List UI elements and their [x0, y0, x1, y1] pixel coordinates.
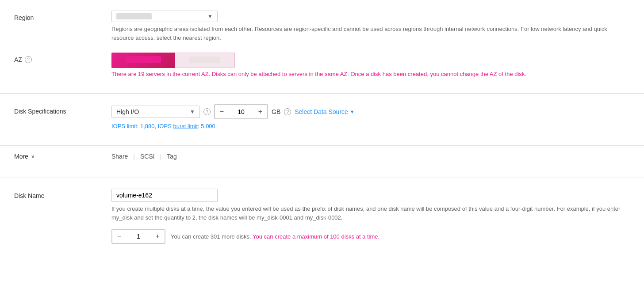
more-option-scsi[interactable]: SCSI [135, 153, 160, 160]
disk-size-stepper: − + [214, 104, 268, 119]
disk-name-content: If you create multiple disks at a time, … [111, 189, 630, 244]
more-section: More ∨ Share | SCSI | Tag [0, 146, 644, 178]
more-row: More ∨ Share | SCSI | Tag [14, 146, 630, 167]
region-dropdown-arrow: ▼ [207, 13, 213, 19]
select-data-source-arrow: ▼ [350, 109, 355, 114]
disk-spec-controls: High I/O ▼ ? − + GB ? Select Data Source… [111, 104, 630, 119]
more-option-share[interactable]: Share [111, 153, 133, 160]
region-dropdown[interactable]: ▼ [111, 11, 218, 22]
disk-spec-label: Disk Specifications [14, 104, 111, 115]
region-section: Region ▼ Regions are geographic areas is… [0, 0, 644, 94]
disk-name-label: Disk Name [14, 189, 111, 199]
az-warning: There are 19 servers in the current AZ. … [111, 71, 630, 77]
az-secondary-button[interactable] [175, 53, 235, 68]
disk-spec-row: Disk Specifications High I/O ▼ ? − + GB … [14, 104, 630, 129]
region-label: Region [14, 11, 111, 21]
quantity-input[interactable] [126, 229, 151, 243]
region-row: Region ▼ Regions are geographic areas is… [14, 11, 630, 42]
disk-spec-section: Disk Specifications High I/O ▼ ? − + GB … [0, 94, 644, 146]
az-label: AZ ? [14, 53, 111, 63]
region-hint: Regions are geographic areas isolated fr… [111, 25, 630, 42]
disk-size-input[interactable] [229, 105, 253, 119]
quantity-decrease-button[interactable]: − [112, 229, 126, 243]
az-primary-placeholder [126, 56, 161, 63]
iops-info: IOPS limit: 1,880, IOPS burst limit: 5,0… [111, 123, 630, 129]
region-value-placeholder [116, 13, 152, 19]
quantity-stepper: − + [111, 229, 165, 244]
quantity-row: − + You can create 301 more disks. You c… [111, 229, 630, 244]
disk-name-row: Disk Name If you create multiple disks a… [14, 189, 630, 244]
az-button-group [111, 53, 630, 68]
quantity-hint: You can create 301 more disks. You can c… [171, 233, 380, 240]
az-secondary-placeholder [189, 57, 220, 63]
quantity-increase-button[interactable]: + [151, 229, 165, 243]
disk-name-hint: If you create multiple disks at a time, … [111, 205, 630, 222]
select-data-source-button[interactable]: Select Data Source ▼ [295, 108, 355, 115]
disk-spec-content: High I/O ▼ ? − + GB ? Select Data Source… [111, 104, 630, 129]
disk-name-input[interactable] [111, 189, 218, 202]
quantity-hint-highlight: You can create a maximum of 100 disks at… [253, 233, 380, 240]
more-options-list: Share | SCSI | Tag [111, 153, 182, 160]
disk-name-section: Disk Name If you create multiple disks a… [0, 178, 644, 260]
disk-type-value: High I/O [116, 108, 139, 115]
disk-type-help-icon[interactable]: ? [203, 108, 211, 115]
more-chevron-icon: ∨ [31, 153, 35, 159]
az-content: There are 19 servers in the current AZ. … [111, 53, 630, 77]
disk-size-help-icon[interactable]: ? [284, 108, 291, 115]
disk-size-decrease-button[interactable]: − [215, 105, 229, 119]
az-row: AZ ? There are 19 servers in the current… [14, 53, 630, 77]
az-help-icon[interactable]: ? [25, 56, 32, 63]
disk-type-dropdown[interactable]: High I/O ▼ [111, 106, 200, 118]
az-primary-button[interactable] [111, 53, 175, 68]
disk-size-unit: GB [272, 108, 280, 115]
disk-type-arrow: ▼ [190, 109, 195, 115]
disk-size-increase-button[interactable]: + [253, 105, 268, 119]
more-option-tag[interactable]: Tag [161, 153, 182, 160]
region-content: ▼ Regions are geographic areas isolated … [111, 11, 630, 42]
more-label[interactable]: More ∨ [14, 153, 111, 160]
